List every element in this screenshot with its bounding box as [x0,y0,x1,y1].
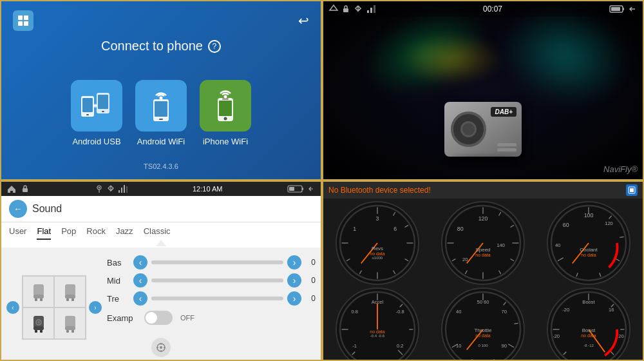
svg-text:-20: -20 [553,333,560,339]
mid-row: Mid ‹ › 0 [107,273,316,288]
svg-rect-38 [33,284,44,296]
svg-text:70: 70 [502,309,507,315]
back-icon-tr [627,4,638,14]
seat-grid [22,275,86,340]
lock-icon-bl [21,184,30,193]
bt-status-text: No Bluetooth device selected! [328,186,431,195]
tr-right-icons [609,4,638,14]
svg-rect-23 [370,8,372,13]
bl-status-bar: 12:10 AM [1,182,321,196]
home-icon-bl[interactable] [6,184,17,194]
bas-slider[interactable] [151,260,283,264]
bas-increase[interactable]: › [287,255,301,269]
target-icon [156,342,166,353]
seat-fl[interactable] [23,276,54,307]
mid-slider[interactable] [151,278,283,282]
svg-rect-31 [118,190,120,193]
connect-phone-panel: ↩ Connect to phone ? [0,0,322,180]
android-usb-icon [71,80,122,132]
svg-rect-8 [98,95,108,109]
svg-text:60: 60 [563,222,569,228]
seat-icon-fr [62,283,78,301]
help-icon[interactable]: ? [208,40,221,53]
examp-row: Examp OFF [107,311,316,325]
android-usb-option[interactable]: Android USB [71,80,122,146]
svg-rect-14 [159,119,163,120]
sound-back-button[interactable]: ← [9,200,27,218]
lock-icon [341,5,350,14]
svg-text:20: 20 [462,257,468,262]
accel-gauge: 0.8 Accel -0.8 -1 0.2 no data -0.4 -0.6 [336,288,419,361]
tre-value: 0 [305,294,316,303]
eq-sliders: Bas ‹ › 0 Mid ‹ › 0 [107,253,316,361]
tab-rock[interactable]: Rock [86,226,106,240]
svg-text:120: 120 [478,215,488,222]
svg-rect-22 [367,10,369,13]
svg-point-57 [160,346,162,349]
svg-rect-2 [18,21,23,26]
svg-rect-39 [33,295,44,298]
back-icon-bl[interactable] [307,184,316,193]
tr-status-bar: 00:07 [323,1,643,17]
svg-point-20 [224,95,227,99]
svg-rect-13 [155,101,167,117]
tab-user[interactable]: User [9,226,26,240]
seat-next-button[interactable]: › [89,301,102,314]
back-button[interactable]: ↩ [298,13,309,28]
svg-rect-24 [374,5,375,13]
seat-fr[interactable] [54,276,86,307]
svg-rect-54 [66,330,69,333]
svg-text:40: 40 [555,242,560,248]
app-icon [13,10,33,31]
bas-value: 0 [305,258,316,267]
tre-increase[interactable]: › [287,291,301,306]
seat-prev-button[interactable]: ‹ [6,301,19,314]
svg-rect-41 [40,298,43,301]
tr-status-icons [328,4,376,14]
svg-rect-48 [35,330,37,333]
tab-jazz[interactable]: Jazz [116,226,133,240]
svg-rect-43 [65,295,75,298]
seat-icon-fl [31,283,46,301]
svg-point-19 [224,117,227,121]
iphone-wifi-option[interactable]: iPhone WiFi [200,80,251,146]
bl-bottom-nav [151,338,171,357]
br-header: No Bluetooth device selected! [323,182,643,199]
tab-pop[interactable]: Pop [61,226,76,240]
svg-rect-42 [65,284,75,296]
mid-increase[interactable]: › [287,273,301,288]
tr-time: 00:07 [483,5,502,14]
seat-rl[interactable] [23,307,54,339]
tl-top-bar: ↩ [8,8,314,34]
active-tab-arrow [156,240,166,246]
svg-point-15 [160,97,163,100]
bluetooth-icon-bl [106,184,115,193]
svg-rect-1 [24,15,28,20]
tre-slider[interactable] [151,297,283,300]
svg-rect-33 [124,185,125,193]
coolant-gauge: 60 100 120 40 Coolant no data [547,201,630,285]
svg-rect-27 [611,7,620,11]
seat-icon-rl [31,315,46,333]
mid-value: 0 [305,276,316,285]
nav-circle-button[interactable] [151,338,171,357]
mid-decrease[interactable]: ‹ [133,273,147,288]
tab-classic[interactable]: Classic [144,226,171,240]
svg-rect-45 [71,298,74,301]
svg-rect-26 [623,8,624,10]
bt-device-icon [626,184,638,196]
battery-icon-bl [287,184,304,193]
signal-icon [366,4,376,14]
bl-status-left [6,184,30,194]
svg-rect-0 [18,15,23,20]
seat-rr[interactable] [54,307,86,339]
navifly-brand-bl: NaviFly® [243,196,269,203]
examp-toggle[interactable] [144,311,173,325]
android-wifi-option[interactable]: Android WiFi [135,80,187,146]
eq-tabs: User Flat Pop Rock Jazz Classic [1,222,321,240]
tab-flat[interactable]: Flat [37,226,51,240]
svg-text:50  60: 50 60 [477,299,489,305]
svg-rect-40 [35,298,37,301]
bas-decrease[interactable]: ‹ [133,255,147,269]
tre-decrease[interactable]: ‹ [133,291,147,306]
